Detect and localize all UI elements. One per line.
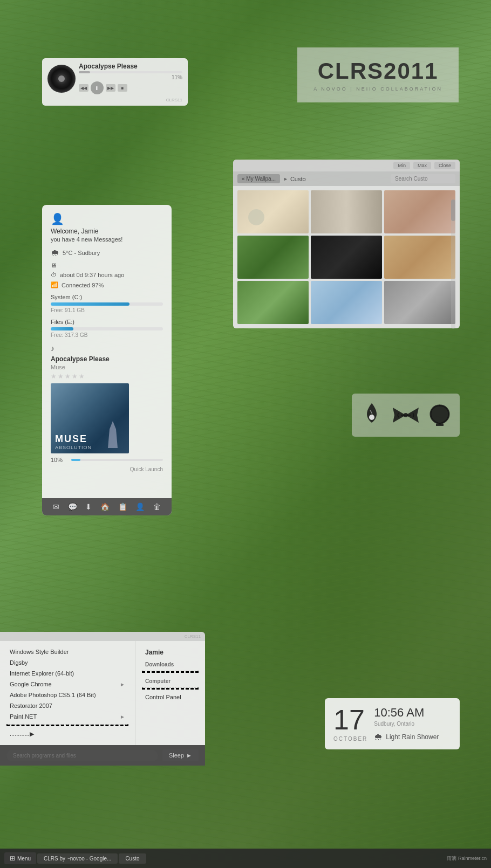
download-icon[interactable]: ⬇ (85, 502, 92, 511)
wb-scrollbar-thumb[interactable] (451, 199, 455, 221)
clock-weather-icon: 🌧 (374, 732, 383, 742)
start-item-photoshop[interactable]: Adobe Photoshop CS5.1 (64 Bit) (6, 690, 128, 700)
uptime-text: about 0d 9:37 hours ago (60, 272, 124, 278)
trash-icon[interactable]: 🗑 (153, 502, 161, 511)
wb-thumb-4[interactable] (237, 236, 309, 279)
start-button-icon: ⊞ (10, 855, 15, 862)
start-item-paintnet[interactable]: Paint.NET ► (6, 711, 128, 722)
start-item-control-panel[interactable]: Control Panel (142, 692, 199, 702)
files-e-fill (51, 327, 73, 330)
clock-weather-row: 🌧 Light Rain Shower (374, 732, 451, 742)
play-pause-button[interactable]: ⏸ (91, 81, 104, 94)
flame-icon (360, 402, 383, 428)
weather-row: 🌧 5°C - Sudbury (51, 248, 163, 258)
clock-month: OCTOBER (333, 736, 367, 742)
mail-icon[interactable]: ✉ (53, 502, 59, 511)
widget-progress-row: 10% (51, 457, 163, 463)
start-button[interactable]: ⊞ Menu (4, 852, 36, 864)
clrs-title: CLRS2011 (313, 58, 442, 84)
system-c-fill (51, 302, 129, 306)
next-button[interactable]: ▶▶ (106, 84, 115, 92)
quick-launch-label: Quick Launch (51, 466, 163, 472)
clrs-title-prefix: CLRS20 (318, 58, 411, 84)
wb-thumb-1[interactable] (237, 190, 309, 233)
wb-breadcrumb-current: Custo (290, 176, 306, 182)
clock-icon: ⏱ (51, 272, 57, 278)
wb-back-button[interactable]: « My Wallpa... (237, 174, 280, 183)
music-progress-bar (79, 71, 182, 73)
home-icon[interactable]: 🏠 (100, 502, 110, 511)
start-item-chrome[interactable]: Google Chrome ► (6, 679, 128, 690)
start-item-ie[interactable]: Internet Explorer (64-bit) (6, 668, 128, 679)
music-player-widget: Apocalypse Please 11% ◀◀ ⏸ ▶▶ ■ CLRS11 (42, 58, 188, 106)
uptime-row: ⏱ about 0d 9:37 hours ago (51, 272, 163, 278)
wb-search-input[interactable] (391, 174, 455, 183)
album-overlay: MUSE ABSOLUTION (51, 430, 129, 453)
music-widget-section: ♪ Apocalypse Please Muse ★★★★★ MUSE ABSO… (51, 343, 163, 472)
music-percent: 11% (79, 74, 182, 80)
widget-progress-fill (71, 459, 80, 461)
taskbar-right: 雨滴 Rainmeter.cn (447, 855, 487, 862)
start-item-wsb[interactable]: Windows Style Builder (6, 646, 128, 657)
start-menu-more[interactable]: ............▶ (6, 728, 128, 740)
clipboard-icon[interactable]: 📋 (118, 502, 127, 511)
start-item-restorator-label: Restorator 2007 (10, 702, 52, 709)
start-menu: CLRS11 Windows Style Builder Digsby Inte… (0, 632, 205, 766)
user-profile-icon[interactable]: 👤 (135, 502, 145, 511)
wb-thumb-3[interactable] (384, 190, 455, 233)
wb-max-button[interactable]: Max (413, 162, 431, 169)
wb-breadcrumb-1: My Wallpa... (246, 176, 276, 182)
files-e-bar (51, 327, 163, 330)
wb-thumb-6[interactable] (384, 236, 455, 279)
wb-thumb-2[interactable] (311, 190, 382, 233)
custom-icons-widget (352, 394, 460, 437)
system-info-widget: 👤 Welcome, Jamie you have 4 new Messages… (42, 205, 172, 515)
start-menu-clrs-label: CLRS11 (185, 634, 201, 639)
wifi-icon: 📶 (51, 281, 58, 288)
start-menu-header: CLRS11 (0, 632, 205, 641)
start-search-input[interactable] (6, 750, 158, 761)
widget-song-title: Apocalypse Please (51, 355, 163, 363)
clock-day: 17 (333, 706, 367, 734)
start-menu-right-panel: Jamie Downloads Computer Control Panel (135, 641, 205, 745)
clock-date-section: 17 OCTOBER (333, 706, 367, 742)
wifi-text: Connected 97% (62, 282, 104, 288)
system-c-label: System (C:) (51, 294, 163, 300)
omega-icon (428, 403, 451, 427)
start-item-restorator[interactable]: Restorator 2007 (6, 700, 128, 711)
stop-button[interactable]: ■ (118, 84, 127, 92)
welcome-line1: Welcome, Jamie (51, 228, 163, 235)
widget-bottom-bar: ✉ 💬 ⬇ 🏠 📋 👤 🗑 (42, 498, 172, 515)
stars-rating: ★★★★★ (51, 373, 163, 380)
clock-info-section: 10:56 AM Sudbury, Ontario 🌧 Light Rain S… (374, 706, 451, 742)
wb-min-button[interactable]: Min (393, 162, 410, 169)
start-item-chrome-label: Google Chrome (10, 681, 52, 687)
chrome-arrow-icon: ► (120, 681, 125, 687)
chat-icon[interactable]: 💬 (68, 502, 77, 511)
prev-button[interactable]: ◀◀ (79, 84, 88, 92)
taskbar-item-clrs[interactable]: CLRS by ~novoo - Google... (37, 853, 118, 864)
clrs-logo-widget: CLRS2011 A NOVOO | NEIIO COLLABORATION (297, 47, 459, 102)
wallpaper-browser: Min Max Close « My Wallpa... ► Custo (233, 160, 460, 328)
player-buttons: ◀◀ ⏸ ▶▶ ■ (79, 81, 182, 94)
wb-thumb-7[interactable] (237, 281, 309, 324)
start-item-digsby[interactable]: Digsby (6, 657, 128, 668)
clrs-title-bold: 11 (411, 58, 439, 84)
welcome-line2: you have 4 new Messages! (51, 236, 163, 243)
monitor-icon: 🖥 (51, 262, 57, 268)
wb-thumb-5[interactable] (311, 236, 382, 279)
wb-thumb-8[interactable] (311, 281, 382, 324)
start-menu-more-label: ............▶ (10, 731, 34, 738)
sleep-button[interactable]: Sleep ► (162, 749, 199, 761)
wb-scrollbar[interactable] (451, 199, 455, 329)
files-e-free: Free: 317.3 GB (51, 332, 163, 338)
start-menu-body: Windows Style Builder Digsby Internet Ex… (0, 641, 205, 745)
taskbar-item-custo[interactable]: Custo (119, 853, 146, 864)
computer-divider (142, 687, 199, 690)
start-item-digsby-label: Digsby (10, 659, 28, 666)
clock-weather-text: Light Rain Shower (386, 733, 439, 741)
start-item-photoshop-label: Adobe Photoshop CS5.1 (64 Bit) (10, 692, 96, 698)
wb-thumb-9[interactable] (384, 281, 455, 324)
wb-close-button[interactable]: Close (434, 162, 455, 169)
monitor-row: 🖥 (51, 262, 163, 268)
